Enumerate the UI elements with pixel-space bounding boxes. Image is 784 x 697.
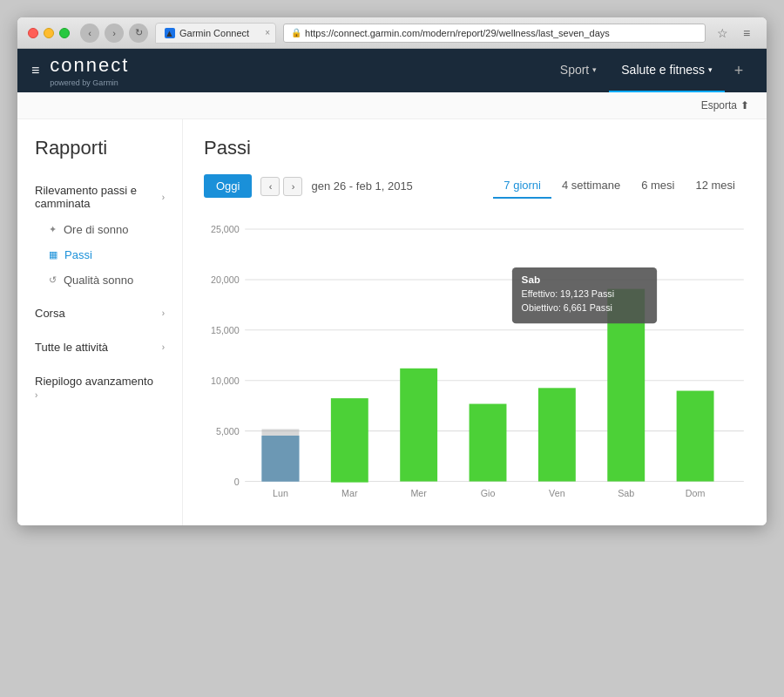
svg-text:5,000: 5,000 (216, 426, 240, 436)
svg-text:Effettivo: 19,123 Passi: Effettivo: 19,123 Passi (522, 288, 614, 299)
svg-text:Dom: Dom (686, 488, 706, 498)
powered-by-text: powered by Garmin (50, 78, 136, 87)
bar-mar (331, 398, 368, 483)
svg-text:Mer: Mer (410, 488, 427, 498)
lock-icon: 🔒 (291, 28, 301, 37)
sidebar-group-walking-header[interactable]: Rilevamento passi ecamminata › (17, 177, 182, 217)
export-bar: Esporta ⬆ (17, 92, 767, 119)
back-button[interactable]: ‹ (80, 24, 99, 43)
walking-chevron: › (162, 193, 165, 202)
browser-actions: ☆ ≡ (713, 24, 756, 43)
sidebar-group-activities-header[interactable]: Tutte le attività › (17, 334, 182, 361)
traffic-lights (28, 28, 70, 38)
sidebar-group-progress: Riepilogo avanzamento› (17, 368, 182, 408)
refresh-button[interactable]: ↻ (129, 24, 148, 43)
close-button[interactable] (28, 28, 38, 38)
address-bar[interactable]: 🔒 https://connect.garmin.com/modern/repo… (283, 24, 706, 43)
date-range: gen 26 - feb 1, 2015 (311, 179, 412, 193)
menu-icon[interactable]: ≡ (737, 24, 756, 43)
nav-arrows: ‹ › (260, 177, 302, 196)
svg-text:Lun: Lun (273, 488, 288, 498)
tab-7days[interactable]: 7 giorni (493, 173, 551, 199)
steps-label: Passi (64, 248, 92, 261)
sidebar-group-progress-header[interactable]: Riepilogo avanzamento› (17, 368, 182, 408)
export-icon: ⬆ (740, 99, 749, 112)
svg-text:20,000: 20,000 (211, 274, 240, 285)
maximize-button[interactable] (59, 28, 70, 38)
forward-button[interactable]: › (105, 24, 124, 43)
chart-container: 25,000 20,000 15,000 10,000 5,000 0 (204, 216, 746, 508)
svg-text:10,000: 10,000 (211, 376, 240, 386)
nav-sport[interactable]: Sport ▾ (548, 49, 609, 92)
browser-tab-bar: ▲ Garmin Connect × (155, 23, 276, 44)
sleep-quality-label: Qualità sonno (64, 274, 133, 287)
sidebar-item-steps[interactable]: ▦ Passi (17, 242, 182, 267)
sidebar-group-walking: Rilevamento passi ecamminata › ✦ Ore di … (17, 177, 182, 293)
sidebar-group-activities: Tutte le attività › (17, 334, 182, 361)
sidebar-item-sleep-hours[interactable]: ✦ Ore di sonno (17, 217, 182, 242)
health-chevron: ▾ (708, 65, 713, 74)
period-tabs: 7 giorni 4 settimane 6 mesi 12 mesi (493, 173, 746, 199)
section-title: Passi (204, 137, 746, 159)
sport-label: Sport (560, 63, 589, 77)
bar-gio (470, 404, 507, 482)
browser-nav: ‹ › ↻ (80, 24, 148, 43)
main-content: Passi Oggi ‹ › gen 26 - feb 1, 2015 7 gi… (183, 119, 767, 525)
sleep-hours-label: Ore di sonno (64, 223, 128, 236)
sidebar: Rapporti Rilevamento passi ecamminata › … (17, 119, 183, 525)
today-button[interactable]: Oggi (204, 174, 252, 198)
svg-text:Sab: Sab (522, 274, 541, 285)
controls-row: Oggi ‹ › gen 26 - feb 1, 2015 7 giorni 4… (204, 173, 746, 199)
browser-window: ‹ › ↻ ▲ Garmin Connect × 🔒 https://conne… (17, 17, 767, 525)
running-label: Corsa (35, 307, 65, 320)
browser-titlebar: ‹ › ↻ ▲ Garmin Connect × 🔒 https://conne… (17, 17, 767, 49)
main-layout: Rapporti Rilevamento passi ecamminata › … (17, 119, 767, 525)
sidebar-group-running-header[interactable]: Corsa › (17, 300, 182, 327)
content-area: Esporta ⬆ Rapporti Rilevamento passi eca… (17, 92, 767, 525)
bar-mer (400, 369, 437, 482)
tab-close-icon[interactable]: × (265, 28, 270, 37)
svg-text:Ven: Ven (549, 488, 565, 498)
svg-text:Obiettivo: 6,661 Passi: Obiettivo: 6,661 Passi (522, 302, 612, 313)
sidebar-group-running: Corsa › (17, 300, 182, 327)
progress-label: Riepilogo avanzamento› (35, 375, 153, 401)
health-label: Salute e fitness (621, 63, 705, 77)
bar-ven (538, 388, 576, 481)
tab-6months[interactable]: 6 mesi (631, 173, 685, 199)
activities-label: Tutte le attività (35, 341, 108, 354)
export-button[interactable]: Esporta ⬆ (701, 99, 749, 112)
bookmark-icon[interactable]: ☆ (713, 24, 732, 43)
bar-lun-goal (261, 430, 299, 482)
add-button[interactable]: + (725, 57, 753, 85)
tab-favicon: ▲ (165, 28, 175, 38)
walking-group-label: Rilevamento passi ecamminata (35, 184, 137, 210)
tab-12months[interactable]: 12 mesi (685, 173, 746, 199)
svg-text:0: 0 (234, 477, 240, 487)
next-period-button[interactable]: › (283, 177, 302, 196)
svg-text:25,000: 25,000 (211, 224, 240, 234)
prev-period-button[interactable]: ‹ (260, 177, 280, 196)
hamburger-icon[interactable]: ≡ (31, 63, 39, 78)
bar-dom (677, 391, 714, 482)
browser-tab[interactable]: ▲ Garmin Connect × (155, 23, 276, 44)
sleep-quality-icon: ↺ (49, 274, 57, 286)
url-text: https://connect.garmin.com/modern/report… (305, 28, 610, 38)
app-header: ≡ connect powered by Garmin Sport ▾ Salu… (17, 49, 767, 92)
svg-text:15,000: 15,000 (211, 325, 240, 335)
sidebar-title: Rapporti (17, 137, 182, 177)
svg-text:Mar: Mar (341, 488, 358, 498)
nav-health[interactable]: Salute e fitness ▾ (609, 49, 725, 92)
activities-chevron: › (162, 342, 165, 352)
logo-area: connect powered by Garmin (50, 54, 136, 87)
sidebar-item-sleep-quality[interactable]: ↺ Qualità sonno (17, 267, 182, 293)
running-chevron: › (162, 308, 165, 318)
logo-text: connect (50, 54, 129, 77)
header-nav: Sport ▾ Salute e fitness ▾ + (548, 49, 753, 92)
minimize-button[interactable] (44, 28, 54, 38)
steps-icon: ▦ (49, 249, 57, 261)
export-label: Esporta (701, 99, 737, 112)
chart-svg: 25,000 20,000 15,000 10,000 5,000 0 (204, 216, 746, 505)
tab-4weeks[interactable]: 4 settimane (551, 173, 631, 199)
svg-text:Sab: Sab (618, 488, 634, 498)
sleep-hours-icon: ✦ (49, 224, 57, 235)
